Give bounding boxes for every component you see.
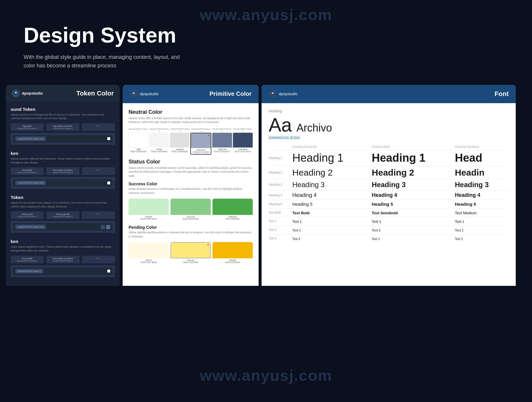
h1-label: Heading 1 [269, 150, 292, 166]
status-desc: Status tokens convey immediate context: … [129, 166, 253, 178]
token-section-text-desc: Values used for different text elements.… [11, 157, 115, 164]
primitive-header: ❝ dpopstudio Primitive Color [123, 85, 259, 103]
h2-label: Heading 2 [269, 166, 292, 179]
swatch-6: #2B4B6AR107 G127 B147 [233, 133, 253, 155]
token-section-bg-desc: Values used for the background fills of … [11, 113, 115, 120]
primitive-brand-icon: ❝ [130, 90, 137, 98]
token-chip-label-1: neutral-DPOP-black-128 [15, 137, 46, 141]
text-1-bold: Text 1 [292, 217, 372, 226]
heading-5-row: Heading 5 Heading 5 Heading 5 Heading 5 [269, 200, 509, 208]
token-chip-3: ne... [82, 123, 115, 131]
status-color-section: Status Color Status tokens convey immedi… [129, 159, 253, 265]
text-3-med: Text 3 [455, 234, 509, 243]
col-header-bold: Heading Bold [372, 144, 455, 150]
token-icon-chip-3: ne... [82, 256, 115, 263]
brand-icon: ❝ [12, 90, 20, 97]
swatch-5: #5B8C9AR147 G163 B177 [212, 133, 232, 155]
token-stroke-chip-2: stroke-gentle neutral-DPOP-black-2 [46, 211, 79, 219]
col-header-semibold: Heading Semibold [455, 144, 509, 150]
pending-title: Pending Color [129, 225, 253, 230]
swatch-3: #e0e0e0R242 G243 B240 [170, 133, 190, 155]
text-1-med: Text 1 [455, 217, 509, 226]
token-demo-dot-4 [107, 270, 110, 273]
token-text-chip-2: text-white-constant neutral-DPOP-black-1 [46, 167, 79, 175]
neutral-title: Neutral Color [129, 109, 253, 115]
h5-semibold: Heading 5 [455, 200, 509, 208]
token-brand-name: dpopstudio [22, 91, 43, 95]
token-text-chips-row: text-white neutral-DPOP-black-1 text-whi… [11, 167, 115, 175]
pending-swatch-1: #fff7c8R255 G247 B200 [129, 242, 169, 264]
pending-desc: Yellow signifies pending actions or stat… [129, 231, 253, 239]
token-chip-label-2: neutral-DPOP-black-128 [15, 181, 46, 185]
font-brand-icon: ❝ [269, 90, 276, 98]
token-icon-chips-row: icon-white neutral-DPOP-black-1 icon-whi… [11, 256, 115, 263]
h2-bold: Heading 2 [372, 166, 455, 179]
text-2-semi: Text 2 [372, 226, 455, 234]
text-2-bold: Text 2 [292, 226, 372, 234]
text-1-semi: Text 1 [372, 217, 455, 226]
heading-3-row: Heading 3 Heading 3 Heading 3 Heading 3 [269, 179, 509, 190]
text-bold-1: Text Bold [292, 208, 372, 217]
token-demo-bar-4: neutral-DPOP-black-1 [11, 265, 115, 277]
swatch-1: #ffffffR255 G255 B255 [129, 133, 148, 155]
success-swatch-3: #5aba5aR90 G186 B90 [213, 199, 253, 221]
swatch-4: #9DC0C0R156 G172 B192 [190, 133, 211, 155]
font-card: ❝ dpopstudio Font Heading Aa Archivo Dow… [262, 85, 516, 286]
text-2-label: Text 2 [269, 226, 292, 234]
h3-semibold: Heading 3 [455, 179, 509, 190]
font-brand-name: dpopstudio [279, 92, 298, 96]
token-card-title: Token Color [76, 90, 114, 97]
token-section-icon-desc: Color values applied to icons. These tok… [11, 245, 115, 252]
token-demo-bar-3: neutral-DPOP-black-132 [11, 221, 115, 233]
token-color-card: ❝ dpopstudio Token Color ound Token Valu… [6, 85, 120, 286]
success-swatch-1: #eeffc5R228 G255 B154 [129, 199, 169, 221]
token-demo-dot-2 [107, 181, 110, 184]
token-demo-bar-2: neutral-DPOP-black-128 [11, 177, 115, 189]
heading-1-row: Heading 1 Heading 1 Heading 1 Head [269, 150, 509, 166]
h4-bold: Heading 4 [372, 190, 455, 200]
token-card-body: ound Token Values used for the backgroun… [6, 102, 120, 286]
token-section-bg: ound Token Values used for the backgroun… [11, 107, 115, 145]
token-section-stroke-title: Token [11, 195, 115, 200]
h4-semibold: Heading 4 [455, 190, 509, 200]
font-download-link[interactable]: Download Font: Archivo [269, 136, 509, 139]
token-chip-label-4: neutral-DPOP-black-1 [15, 269, 43, 273]
primitive-card-title: Primitive Color [210, 90, 252, 97]
font-heading-label: Heading [269, 109, 509, 113]
neutral-color-section: Neutral Color Neutral colors offer a fle… [129, 109, 253, 155]
h2-extrabold: Heading 2 [292, 166, 372, 179]
h1-extrabold: Heading 1 [292, 150, 372, 166]
h4-extrabold: Heading 4 [292, 190, 372, 200]
neutral-desc: Neutral colors offer a flexible spectrum… [129, 116, 253, 124]
primitive-color-card: ❝ dpopstudio Primitive Color Neutral Col… [123, 85, 259, 286]
pending-color-section: Pending Color Yellow signifies pending a… [129, 225, 253, 264]
token-brand: ❝ dpopstudio [12, 90, 43, 97]
success-desc: Green denotes success or confirmation of… [129, 187, 253, 195]
token-demo-inner-1: neutral-DPOP-black-128 [13, 135, 113, 142]
token-demo-inner-4: neutral-DPOP-black-1 [13, 268, 113, 275]
watermark-bottom: www.anyusj.com [200, 367, 332, 384]
h1-bold: Heading 1 [372, 150, 455, 166]
status-title: Status Color [129, 159, 253, 165]
col-header-extrabold: Heading Extrabold [292, 144, 372, 150]
token-chip-2: bg-white-constant neutral-DPOP-black-1 [46, 123, 79, 131]
text-bold-label: Text Bold [269, 208, 292, 217]
pending-swatch-3: #f5d020R245 G208 B32 [213, 242, 253, 264]
token-demo-bar-1: neutral-DPOP-black-128 [11, 133, 115, 145]
neutral-swatches: #ffffffR255 G255 B255 #f7f6feR242 G243 B… [129, 133, 253, 155]
text-3-semi: Text 3 [372, 234, 455, 243]
cards-container: ❝ dpopstudio Token Color ound Token Valu… [0, 85, 532, 286]
token-stroke-chips-row: stroke-pale neutral-DPOP-black-2 stroke-… [11, 211, 115, 219]
primitive-brand: ❝ dpopstudio [130, 90, 159, 98]
hero-section: Design System With the global style guid… [0, 0, 532, 85]
h5-label: Heading 5 [269, 200, 292, 208]
text-bold-row: Text Bold Text Bold Text Semibold Text M… [269, 208, 509, 217]
h5-extrabold: Heading 5 [292, 200, 372, 208]
text-2-row: Text 2 Text 2 Text 2 Text 2 [269, 226, 509, 234]
h3-extrabold: Heading 3 [292, 179, 372, 190]
token-stroke-chip-3: ne... [82, 211, 115, 219]
primitive-body: Neutral Color Neutral colors offer a fle… [123, 103, 259, 270]
token-icon-chip-2: icon-white-constant neutral-DPOP-black-1 [46, 256, 79, 263]
swatch-2: #f7f6feR242 G243 B240 [149, 133, 169, 155]
primitive-brand-name: dpopstudio [140, 92, 159, 96]
